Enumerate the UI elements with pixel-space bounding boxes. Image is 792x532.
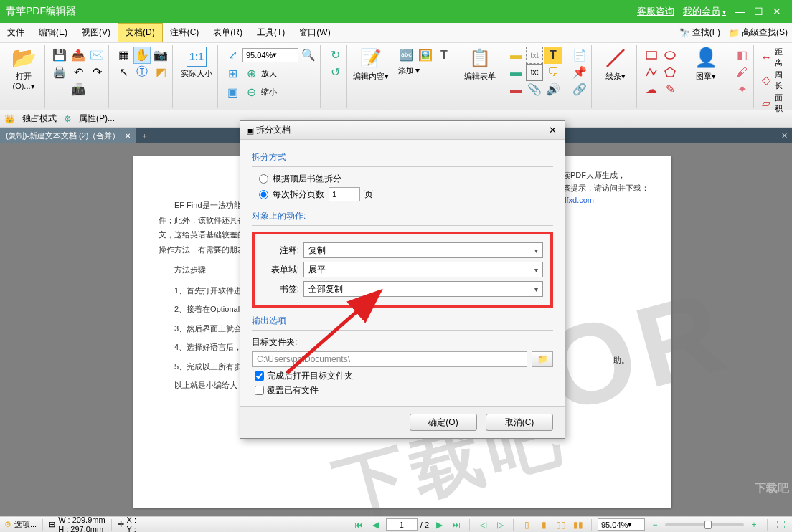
menu-document[interactable]: 文档(D) bbox=[118, 23, 163, 42]
add-image-icon[interactable]: 🖼️ bbox=[417, 47, 434, 64]
nav-fwd-button[interactable]: ▷ bbox=[493, 518, 507, 531]
hand-icon[interactable]: ✋ bbox=[133, 47, 151, 64]
textbox-icon[interactable]: txt bbox=[526, 47, 543, 64]
tab-close-icon[interactable]: ✕ bbox=[125, 132, 131, 140]
area-icon[interactable]: ▱ bbox=[760, 95, 773, 112]
file-attach-icon[interactable]: 📎 bbox=[526, 81, 543, 98]
sound-icon[interactable]: 🔊 bbox=[544, 81, 562, 98]
zoom-combo[interactable]: 95.04% ▾ bbox=[242, 48, 298, 62]
shapes-icon[interactable]: ✦ bbox=[733, 81, 750, 98]
mail-icon[interactable]: ✉️ bbox=[88, 47, 105, 64]
scan-icon[interactable]: 📠 bbox=[70, 81, 87, 98]
fit-width-icon[interactable]: ⤢ bbox=[224, 47, 241, 64]
perimeter-icon[interactable]: ◇ bbox=[760, 72, 773, 89]
menu-annotate[interactable]: 注释(C) bbox=[163, 24, 207, 42]
underline-icon[interactable]: ▬ bbox=[507, 64, 524, 81]
actual-size-button[interactable]: 1:1 实际大小 bbox=[179, 47, 214, 79]
zoom-out-button[interactable]: − bbox=[648, 518, 662, 531]
redo-icon[interactable]: ↷ bbox=[88, 64, 105, 81]
properties-button[interactable]: 属性(P)... bbox=[79, 113, 115, 125]
rotate-ccw-icon[interactable]: ↺ bbox=[326, 64, 344, 81]
menu-edit[interactable]: 编辑(E) bbox=[32, 24, 75, 42]
zoom-in-icon[interactable]: ⊕ bbox=[242, 65, 260, 82]
page-number-input[interactable] bbox=[386, 518, 418, 531]
camera-icon[interactable]: 📷 bbox=[152, 47, 169, 64]
distance-icon[interactable]: ↔ bbox=[760, 49, 773, 66]
link-member[interactable]: 我的会员▾ bbox=[683, 5, 726, 18]
add-text-icon[interactable]: 🔤 bbox=[398, 47, 415, 64]
edit-form-button[interactable]: 📋 编辑表单 bbox=[462, 47, 498, 82]
zoom-out-icon[interactable]: ⊖ bbox=[242, 84, 260, 101]
dialog-close-icon[interactable]: ✕ bbox=[546, 125, 559, 136]
minimize-button[interactable]: — bbox=[730, 6, 749, 17]
save-icon[interactable]: 💾 bbox=[51, 47, 68, 64]
fit-visible-icon[interactable]: ▣ bbox=[224, 84, 241, 101]
single-page-icon[interactable]: ▯ bbox=[519, 518, 534, 531]
rotate-cw-icon[interactable]: ↻ bbox=[326, 47, 344, 64]
link-icon[interactable]: 🔗 bbox=[571, 81, 588, 98]
brush-icon[interactable]: 🖌 bbox=[733, 64, 750, 81]
nav-back-button[interactable]: ◁ bbox=[476, 518, 490, 531]
typewriter-icon[interactable]: T bbox=[544, 47, 562, 64]
last-page-button[interactable]: ⏭ bbox=[449, 518, 463, 531]
print-icon[interactable]: 📤 bbox=[70, 47, 87, 64]
menu-tools[interactable]: 工具(T) bbox=[250, 24, 292, 42]
find-button[interactable]: 🔭查找(F) bbox=[675, 24, 725, 41]
cursor-icon[interactable]: ↖ bbox=[115, 64, 132, 81]
rect-icon[interactable] bbox=[643, 47, 660, 64]
zoom-in-button[interactable]: + bbox=[747, 518, 761, 531]
first-page-button[interactable]: ⏮ bbox=[352, 518, 366, 531]
cloud-icon[interactable]: ☁ bbox=[643, 81, 660, 98]
zoom-marquee-icon[interactable]: 🔍 bbox=[300, 47, 317, 64]
close-button[interactable]: ✕ bbox=[768, 6, 786, 17]
strikeout-icon[interactable]: ▬ bbox=[507, 81, 524, 98]
fit-page-icon[interactable]: ⊞ bbox=[224, 65, 241, 82]
new-tab-button[interactable]: ＋ bbox=[136, 130, 153, 141]
checkbox-open-after[interactable]: 完成后打开目标文件夹 bbox=[255, 370, 553, 382]
edit-content-button[interactable]: 📝 编辑内容▾ bbox=[353, 47, 389, 82]
polyline-icon[interactable] bbox=[643, 64, 660, 81]
undo-icon[interactable]: ↶ bbox=[70, 64, 87, 81]
stamp-button[interactable]: 👤 图章▾ bbox=[688, 47, 724, 82]
menu-form[interactable]: 表单(R) bbox=[206, 24, 250, 42]
tabs-close-all[interactable]: ✕ bbox=[777, 131, 792, 141]
combo-forms[interactable]: 展平 bbox=[303, 262, 543, 277]
menu-window[interactable]: 窗口(W) bbox=[292, 24, 337, 42]
continuous-icon[interactable]: ▮ bbox=[537, 518, 551, 531]
sticky-icon[interactable]: 📄 bbox=[571, 47, 588, 64]
pencil-icon[interactable]: ✎ bbox=[661, 81, 679, 98]
polygon-icon[interactable] bbox=[661, 64, 679, 81]
menu-view[interactable]: 视图(V) bbox=[75, 24, 118, 42]
fit-button[interactable]: ⛶ bbox=[773, 518, 788, 531]
text-select-icon[interactable]: Ⓣ bbox=[133, 64, 151, 81]
zoom-display[interactable]: 95.04% ▾ bbox=[598, 518, 645, 531]
advanced-find-button[interactable]: 📁高级查找(S) bbox=[725, 24, 792, 41]
callout-icon[interactable]: txt bbox=[526, 64, 543, 81]
document-tab[interactable]: (复制)-新建文本文档 (2)（合并） ✕ bbox=[0, 128, 136, 143]
note-icon[interactable]: 🗨 bbox=[544, 64, 562, 81]
combo-annotations[interactable]: 复制 bbox=[303, 242, 543, 258]
page-icon[interactable]: ▦ bbox=[115, 47, 132, 64]
browse-folder-button[interactable]: 📁 bbox=[532, 351, 553, 367]
exclusive-mode-label[interactable]: 独占模式 bbox=[22, 113, 57, 125]
checkbox-overwrite[interactable]: 覆盖已有文件 bbox=[255, 384, 553, 396]
combo-bookmarks[interactable]: 全部复制 bbox=[303, 281, 543, 297]
cancel-button[interactable]: 取消(C) bbox=[486, 414, 553, 431]
open-button[interactable]: 📂 打开(O)...▾ bbox=[6, 47, 42, 91]
maximize-button[interactable]: ☐ bbox=[749, 6, 768, 17]
zoom-slider[interactable] bbox=[665, 523, 744, 526]
eraser-icon[interactable]: ◧ bbox=[733, 47, 750, 64]
facing-icon[interactable]: ▯▯ bbox=[554, 518, 568, 531]
menu-file[interactable]: 文件 bbox=[0, 24, 32, 42]
oval-icon[interactable] bbox=[661, 47, 679, 64]
attach-icon[interactable]: 📌 bbox=[571, 64, 588, 81]
radio-by-pages[interactable]: 每次拆分页数 页 bbox=[259, 187, 553, 201]
facing-cont-icon[interactable]: ▮▮ bbox=[571, 518, 585, 531]
lines-button[interactable]: 线条▾ bbox=[598, 47, 633, 82]
pages-per-split-input[interactable] bbox=[329, 187, 360, 201]
radio-by-bookmark[interactable]: 根据顶层书签拆分 bbox=[259, 173, 553, 185]
add-barcode-icon[interactable]: T bbox=[435, 47, 453, 64]
options-button[interactable]: 选项... bbox=[14, 519, 37, 530]
ok-button[interactable]: 确定(O) bbox=[410, 414, 477, 431]
link-service[interactable]: 客服咨询 bbox=[637, 5, 674, 18]
